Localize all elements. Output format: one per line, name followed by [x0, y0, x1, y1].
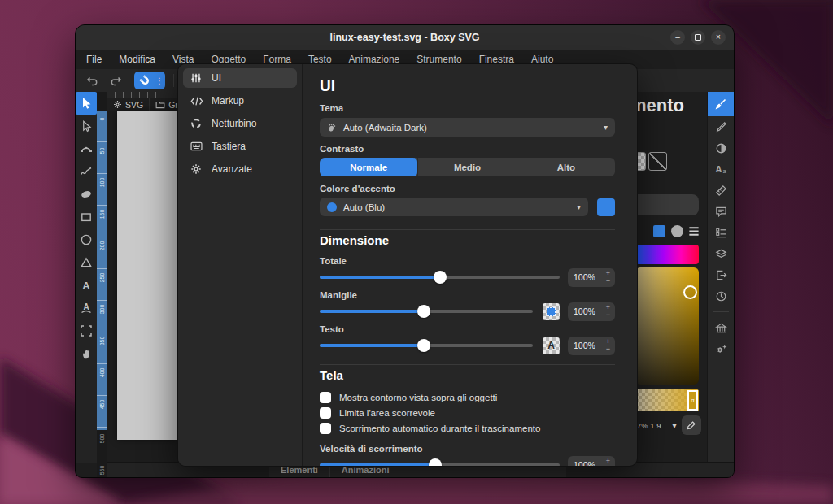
- magnet-icon: [139, 75, 151, 87]
- titlebar[interactable]: linux-easy-test.svg - Boxy SVG – ×: [76, 25, 734, 50]
- tool-edit[interactable]: [76, 115, 97, 137]
- tool-polygon[interactable]: [76, 251, 97, 274]
- slider-maniglie[interactable]: [320, 302, 533, 320]
- contrast-normale[interactable]: Normale: [320, 158, 417, 176]
- form-list-icon: [715, 227, 727, 239]
- breadcrumb-svg[interactable]: SVG: [107, 98, 149, 111]
- chevron-down-icon: ▾: [604, 123, 608, 132]
- tool-text[interactable]: A: [76, 274, 97, 297]
- nav-netturbino[interactable]: Netturbino: [183, 114, 297, 133]
- tool-strip-divider: [713, 311, 729, 312]
- panel-comments-button[interactable]: [708, 201, 734, 222]
- decrement-button[interactable]: −: [606, 345, 610, 353]
- saturation-value-picker[interactable]: [635, 267, 699, 385]
- paint-swatch-none[interactable]: [648, 152, 667, 171]
- stepper-testo[interactable]: 100% +−: [568, 337, 615, 355]
- stepper-totale[interactable]: 100% +−: [568, 268, 615, 287]
- tool-rect[interactable]: [76, 206, 97, 228]
- contrast-segmented: Normale Medio Alto: [320, 158, 615, 176]
- accent-dropdown[interactable]: Auto (Blu) ▾: [320, 198, 588, 216]
- color-format-chevron-icon[interactable]: ▾: [673, 421, 677, 430]
- panel-meta-button[interactable]: [708, 222, 734, 243]
- menu-modifica[interactable]: Modifica: [119, 54, 155, 65]
- tool-blob[interactable]: [76, 183, 97, 206]
- panel-compositing-button[interactable]: [708, 137, 734, 159]
- svg-text:A: A: [83, 302, 89, 311]
- tool-view[interactable]: [76, 319, 97, 342]
- menu-file[interactable]: File: [86, 54, 102, 65]
- toolbar-separator: [173, 74, 174, 87]
- contrast-alto[interactable]: Alto: [517, 158, 615, 176]
- panel-objects-button[interactable]: [708, 243, 734, 264]
- minimize-button[interactable]: –: [670, 30, 685, 45]
- slider-totale-thumb[interactable]: [434, 271, 447, 284]
- decrement-button[interactable]: −: [606, 465, 610, 466]
- eyedropper-icon: [686, 420, 696, 431]
- redo-button[interactable]: [107, 72, 126, 89]
- panel-geometry-button[interactable]: [708, 180, 734, 201]
- panel-library-button[interactable]: [708, 317, 734, 338]
- stepper-speed[interactable]: 100% +−: [568, 456, 615, 467]
- alpha-slider[interactable]: α: [635, 389, 699, 411]
- library-bank-icon: [715, 322, 727, 334]
- tool-select[interactable]: [76, 92, 97, 115]
- decrement-button[interactable]: −: [606, 277, 610, 285]
- pen-icon: [715, 121, 727, 133]
- checkbox-limit-scroll[interactable]: [320, 407, 331, 419]
- typography-icon: Aa: [714, 163, 727, 176]
- panel-typography-button[interactable]: Aa: [708, 159, 734, 180]
- mode-list[interactable]: [687, 225, 700, 237]
- slider-totale[interactable]: [320, 268, 560, 286]
- mode-circle[interactable]: [671, 225, 683, 237]
- stepper-maniglie[interactable]: 100% +−: [568, 302, 615, 321]
- tool-path[interactable]: [76, 137, 97, 160]
- text-on-path-icon: A: [80, 302, 93, 315]
- hue-slider[interactable]: [635, 245, 699, 264]
- slider-speed[interactable]: [320, 456, 560, 466]
- tool-text-path[interactable]: A: [76, 297, 97, 319]
- slider-speed-thumb[interactable]: [429, 458, 442, 466]
- panel-stroke-button[interactable]: [708, 116, 734, 137]
- slider-testo[interactable]: [320, 337, 533, 354]
- tool-pan[interactable]: [76, 342, 97, 365]
- undo-button[interactable]: [82, 72, 102, 89]
- panel-generators-button[interactable]: [708, 338, 734, 359]
- window-controls: – ×: [670, 30, 726, 45]
- nav-ui[interactable]: UI: [183, 68, 297, 88]
- snap-toggle[interactable]: ⋮: [134, 72, 165, 89]
- snap-menu-dots[interactable]: ⋮: [155, 76, 165, 85]
- drawing-canvas[interactable]: [117, 111, 177, 440]
- contrast-medio[interactable]: Medio: [417, 158, 516, 176]
- horizontal-ruler: [107, 92, 177, 98]
- accent-value: Auto (Blu): [343, 202, 570, 212]
- checkbox-autoscroll[interactable]: [320, 423, 331, 434]
- speed-label: Velocità di scorrimento: [320, 444, 615, 454]
- tool-ellipse[interactable]: [76, 228, 97, 251]
- tool-pencil[interactable]: [76, 160, 97, 183]
- slider-testo-thumb[interactable]: [417, 339, 430, 352]
- sliders-icon: [190, 72, 203, 84]
- mode-square[interactable]: [653, 225, 665, 237]
- theme-dropdown[interactable]: Auto (Adwaita Dark) ▾: [320, 118, 615, 137]
- nav-avanzate[interactable]: Avanzate: [183, 159, 297, 179]
- panel-export-button[interactable]: [708, 264, 734, 285]
- theme-label: Tema: [320, 103, 615, 114]
- sv-picker-handle[interactable]: [683, 285, 697, 299]
- alpha-handle[interactable]: α: [687, 390, 698, 411]
- size-heading: Dimensione: [320, 233, 615, 250]
- maximize-button[interactable]: [691, 30, 705, 45]
- panel-history-button[interactable]: [708, 285, 734, 306]
- eyedropper-button[interactable]: [682, 415, 701, 435]
- color-value[interactable]: 7% 1.9...: [637, 421, 668, 430]
- panel-fill-button[interactable]: [708, 92, 734, 116]
- close-button[interactable]: ×: [711, 30, 726, 45]
- boxy-svg-window: linux-easy-test.svg - Boxy SVG – × File …: [75, 24, 735, 478]
- accent-color-swatch[interactable]: [597, 198, 615, 216]
- slider-maniglie-thumb[interactable]: [417, 305, 430, 318]
- nav-tastiera[interactable]: Tastiera: [183, 137, 297, 156]
- edit-path-icon: [80, 142, 93, 155]
- decrement-button[interactable]: −: [606, 311, 610, 319]
- nav-markup[interactable]: Markup: [183, 91, 297, 111]
- maximize-icon: [695, 34, 701, 41]
- checkbox-outline-above[interactable]: [320, 392, 331, 403]
